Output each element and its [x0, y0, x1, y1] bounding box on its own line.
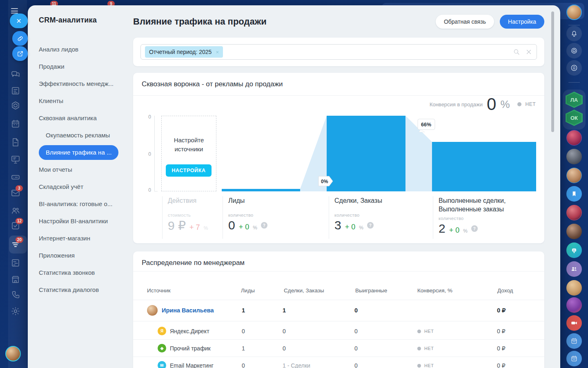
chat-icon[interactable] [11, 70, 20, 79]
drive-icon[interactable] [11, 172, 20, 182]
funnel-bar-done[interactable] [432, 142, 536, 191]
other-traffic-icon: ◈ [158, 344, 166, 352]
document-icon[interactable] [11, 137, 20, 147]
feed-icon[interactable] [11, 86, 20, 96]
contact-avatar[interactable] [566, 224, 582, 239]
cell-deals: 1 [283, 307, 286, 314]
conversion-unit: % [500, 98, 510, 111]
status-dot [517, 102, 521, 106]
metric-sublabel: количество [334, 213, 432, 218]
tasks-badge: 12 [16, 218, 23, 224]
help-icon[interactable]: ? [471, 225, 478, 232]
col-won[interactable]: Выигранные [355, 287, 387, 294]
close-icon: ✕ [16, 17, 21, 25]
placeholder-line2: источники [162, 145, 216, 154]
users-icon [570, 265, 578, 273]
sidebar-item-traffic-impact[interactable]: Влияние трафика на ... [39, 145, 118, 160]
target-icon [570, 47, 578, 55]
settings-button[interactable]: Настройка [500, 15, 544, 29]
filter-tag-label: Отчетный период: 2025 [149, 49, 212, 55]
analytics-sidebar: CRM-аналитика Анализ лидов Продажи Эффек… [28, 5, 127, 368]
sidebar-item-call-stats[interactable]: Статистика звонков [28, 264, 127, 281]
user-avatar[interactable] [566, 4, 582, 20]
close-panel-button[interactable]: ✕ [10, 13, 28, 28]
col-conversion[interactable]: Конверсия, % [417, 287, 452, 294]
sidebar-item-clients[interactable]: Клиенты [28, 92, 127, 110]
cell-leads: 0 [242, 328, 245, 334]
metric-title-line2: Выполненные заказы [439, 205, 539, 213]
clear-filter-icon[interactable] [525, 48, 532, 56]
sidebar-item-bi-ready[interactable]: BI-аналитика: готовые о... [28, 195, 127, 213]
sidebar-item-warehouse[interactable]: Складской учёт [28, 178, 127, 195]
transfer-chat-button[interactable] [566, 60, 582, 76]
help-icon[interactable]: ? [261, 222, 267, 229]
gear-icon[interactable] [11, 306, 20, 316]
panel-scrollbar[interactable] [551, 11, 554, 132]
contact-avatar[interactable] [566, 130, 582, 146]
crm-badge: 20 [16, 237, 23, 243]
contact-avatar[interactable] [566, 297, 582, 313]
email-marketing-icon: ✉ [158, 361, 166, 368]
calendar-chat-button-2[interactable] [566, 351, 582, 366]
presentation-icon[interactable] [11, 155, 20, 164]
calendar-icon[interactable] [11, 119, 20, 129]
sidebar-item-dialog-stats[interactable]: Статистика диалогов [28, 281, 127, 298]
video-call-button[interactable] [566, 315, 582, 331]
company-icon[interactable] [11, 274, 20, 284]
funnel-bar-deals[interactable] [327, 116, 405, 191]
filter-tag[interactable]: Отчетный период: 2025 × [145, 46, 223, 58]
contact-avatar[interactable] [566, 205, 582, 220]
saved-messages-button[interactable] [566, 186, 582, 202]
copy-link-button[interactable] [12, 31, 28, 46]
contact-avatar[interactable] [566, 168, 582, 183]
sidebar-item-ad-payback[interactable]: Окупаемость рекламы [28, 127, 127, 144]
notifications-button[interactable] [566, 26, 582, 41]
bot-avatar[interactable] [566, 242, 582, 258]
metric-value: 2 [439, 222, 445, 236]
group-chat-button[interactable] [566, 261, 582, 277]
funnel-bar-leads[interactable] [222, 189, 300, 191]
filter-input[interactable]: Отчетный период: 2025 × [140, 44, 537, 60]
recents-button[interactable] [566, 43, 582, 58]
cell-income: 0 ₽ [497, 307, 506, 314]
col-deals[interactable]: Сделки, Заказы [284, 287, 324, 294]
feedback-button[interactable]: Обратная связь [436, 15, 494, 29]
tag-remove-icon[interactable]: × [216, 49, 219, 55]
current-user-avatar[interactable] [5, 346, 21, 361]
source-label: Прочий трафик [170, 345, 211, 352]
bookmark-icon [570, 190, 578, 198]
calendar-chat-button[interactable] [566, 333, 582, 349]
col-income[interactable]: Доход [497, 287, 513, 294]
divider [133, 271, 544, 272]
chat-badge-label: ОК [570, 115, 578, 121]
status-dot [417, 330, 421, 333]
configure-button[interactable]: НАСТРОЙКА [166, 164, 212, 177]
contact-avatar[interactable] [566, 149, 582, 164]
sidebar-item-lead-analysis[interactable]: Анализ лидов [28, 41, 127, 58]
metric-delta: + 0 [345, 223, 356, 231]
col-leads[interactable]: Лиды [241, 287, 255, 294]
telephony-icon[interactable] [11, 290, 20, 300]
sidebar-item-end-to-end[interactable]: Сквозная аналитика [28, 110, 127, 127]
divider [133, 321, 544, 321]
open-new-window-button[interactable] [12, 46, 28, 61]
col-source[interactable]: Источник [147, 287, 171, 294]
hamburger-menu-icon[interactable] [11, 8, 18, 13]
sidebar-item-sales[interactable]: Продажи [28, 58, 127, 75]
crm-hexagon-icon[interactable] [11, 101, 20, 110]
gantt-icon[interactable] [11, 258, 20, 268]
sidebar-item-my-reports[interactable]: Мои отчеты [28, 161, 127, 178]
sidebar-item-bi-settings[interactable]: Настройки BI-аналитики [28, 213, 127, 230]
help-icon[interactable]: ? [367, 222, 374, 229]
metric-delta: + 0 [449, 226, 460, 235]
sidebar-item-online-store[interactable]: Интернет-магазин [28, 230, 127, 247]
people-icon[interactable] [11, 206, 20, 215]
search-icon[interactable] [513, 48, 520, 56]
contact-avatar[interactable] [566, 280, 582, 296]
sidebar-item-apps[interactable]: Приложения [28, 247, 127, 264]
metric-unit: % [204, 225, 208, 231]
metric-deals: Сделки, Заказы количество 3 + 0 % ? [329, 196, 432, 239]
sidebar-item-manager-efficiency[interactable]: Эффективность менедж... [28, 75, 127, 92]
manager-name-link[interactable]: Ирина Васильева [162, 307, 214, 314]
conversion-value: 0 [487, 96, 496, 113]
